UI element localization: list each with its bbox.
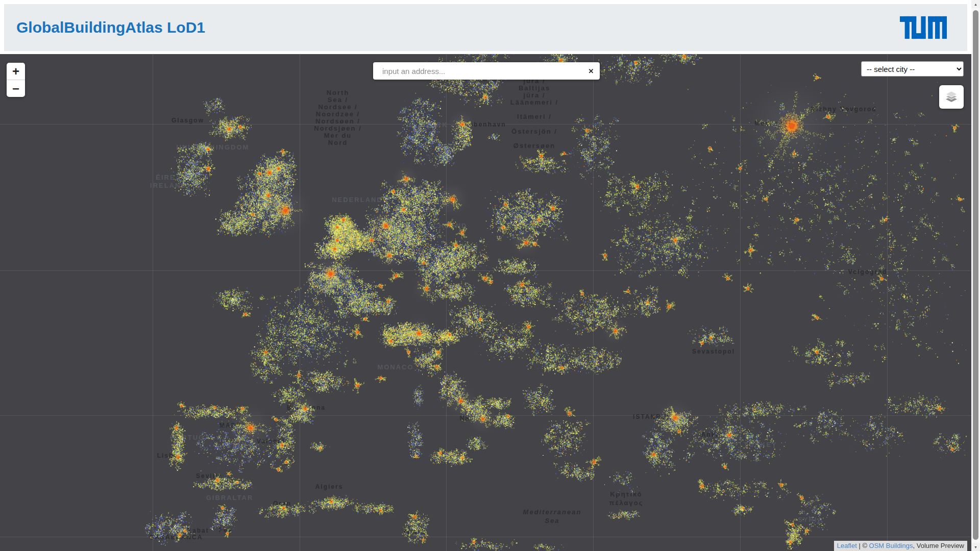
layers-button[interactable] xyxy=(939,85,964,109)
city-select[interactable]: -- select city -- xyxy=(861,61,964,77)
osm-buildings-link[interactable]: OSM Buildings xyxy=(869,542,913,549)
clear-search-icon[interactable]: ✕ xyxy=(582,67,600,75)
zoom-control: + − xyxy=(7,63,25,97)
leaflet-link[interactable]: Leaflet xyxy=(837,542,857,549)
scrollbar[interactable]: ▲ ▼ xyxy=(971,0,980,551)
map-canvas[interactable] xyxy=(0,54,971,551)
page-title: GlobalBuildingAtlas LoD1 xyxy=(16,19,205,36)
page: GlobalBuildingAtlas LoD1 + − ✕ xyxy=(0,0,980,551)
layers-icon xyxy=(944,90,959,104)
app-header: GlobalBuildingAtlas LoD1 xyxy=(4,4,967,51)
search-input[interactable] xyxy=(381,66,582,76)
scrollbar-down-button[interactable]: ▼ xyxy=(971,543,980,551)
zoom-in-button[interactable]: + xyxy=(7,63,25,80)
attribution-separator: | © xyxy=(857,542,869,549)
zoom-out-button[interactable]: − xyxy=(7,80,25,97)
address-search: ✕ xyxy=(373,62,600,80)
city-select-wrap: -- select city -- xyxy=(861,61,964,77)
scrollbar-up-button[interactable]: ▲ xyxy=(971,0,980,8)
tum-logo-icon xyxy=(900,15,947,40)
scrollbar-thumb[interactable] xyxy=(973,10,978,540)
map-container: + − ✕ -- select city -- Leaflet | © OSM … xyxy=(0,54,971,551)
map-attribution: Leaflet | © OSM Buildings, Volume Previe… xyxy=(834,541,967,551)
attribution-tail: , Volume Preview xyxy=(913,542,964,549)
